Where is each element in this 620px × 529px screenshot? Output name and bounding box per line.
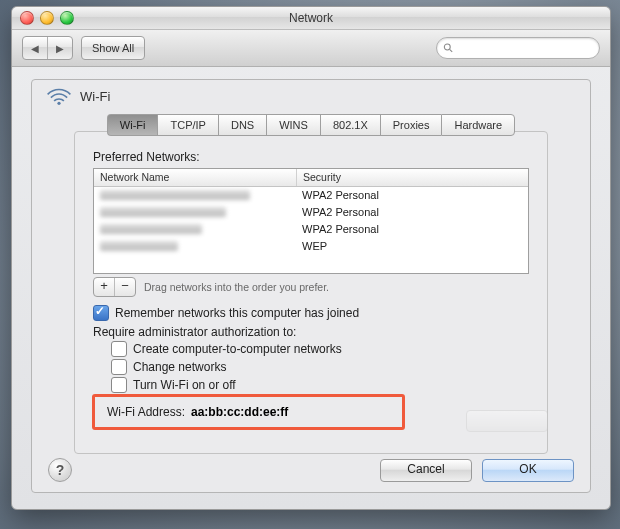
cancel-label: Cancel: [407, 462, 444, 476]
drag-hint: Drag networks into the order you prefer.: [144, 281, 329, 293]
add-network-button[interactable]: +: [94, 278, 115, 296]
search-field[interactable]: [436, 37, 600, 59]
traffic-lights: [20, 11, 74, 25]
window-title: Network: [289, 11, 333, 25]
chevron-left-icon: ◀: [31, 43, 39, 54]
require-opt-0-checkbox[interactable]: [111, 341, 127, 357]
sheet-footer: ? Cancel OK: [32, 458, 590, 482]
tab-tcp-ip[interactable]: TCP/IP: [157, 114, 217, 136]
close-window-button[interactable]: [20, 11, 34, 25]
chevron-right-icon: ▶: [56, 43, 64, 54]
advanced-button-ghost: [466, 410, 548, 432]
add-remove-control: + −: [93, 277, 136, 297]
titlebar: Network: [12, 7, 610, 30]
wifi-address-label: Wi-Fi Address:: [107, 405, 185, 419]
toolbar: ◀ ▶ Show All: [12, 30, 610, 67]
search-icon: [443, 42, 454, 54]
table-row[interactable]: WEP: [94, 238, 528, 255]
forward-button[interactable]: ▶: [48, 37, 72, 59]
network-security-cell: WPA2 Personal: [296, 204, 528, 221]
svg-point-0: [444, 44, 450, 50]
tab-hardware[interactable]: Hardware: [441, 114, 515, 136]
svg-point-2: [57, 102, 60, 105]
require-opt-1-label: Change networks: [133, 360, 226, 374]
require-opt-2-label: Turn Wi-Fi on or off: [133, 378, 236, 392]
cancel-button[interactable]: Cancel: [380, 459, 472, 482]
network-security-cell: WPA2 Personal: [296, 221, 528, 238]
tab-wins[interactable]: WINS: [266, 114, 320, 136]
help-button[interactable]: ?: [48, 458, 72, 482]
tab-proxies[interactable]: Proxies: [380, 114, 442, 136]
sheet-title: Wi-Fi: [80, 89, 110, 104]
network-security-cell: WPA2 Personal: [296, 187, 528, 204]
network-name-cell: [94, 221, 296, 238]
sheet-header: Wi-Fi: [32, 80, 590, 114]
wifi-address-value: aa:bb:cc:dd:ee:ff: [191, 405, 288, 419]
preferred-networks-table: Network Name Security WPA2 PersonalWPA2 …: [93, 168, 529, 274]
wifi-icon: [46, 86, 72, 106]
table-row[interactable]: WPA2 Personal: [94, 204, 528, 221]
wifi-advanced-sheet: Wi-Fi Wi-FiTCP/IPDNSWINS802.1XProxiesHar…: [31, 79, 591, 493]
require-admin-label: Require administrator authorization to:: [93, 325, 529, 339]
require-opt-2-checkbox[interactable]: [111, 377, 127, 393]
back-button[interactable]: ◀: [23, 37, 48, 59]
network-name-cell: [94, 238, 296, 255]
minimize-window-button[interactable]: [40, 11, 54, 25]
table-body: WPA2 PersonalWPA2 PersonalWPA2 PersonalW…: [94, 187, 528, 273]
search-input[interactable]: [458, 41, 593, 55]
nav-back-forward: ◀ ▶: [22, 36, 73, 60]
remove-network-button[interactable]: −: [115, 278, 135, 296]
show-all-label: Show All: [92, 42, 134, 54]
help-icon: ?: [56, 462, 65, 478]
tab-802-1x[interactable]: 802.1X: [320, 114, 380, 136]
require-opt-0-label: Create computer-to-computer networks: [133, 342, 342, 356]
table-row[interactable]: WPA2 Personal: [94, 221, 528, 238]
zoom-window-button[interactable]: [60, 11, 74, 25]
ok-button[interactable]: OK: [482, 459, 574, 482]
table-row[interactable]: WPA2 Personal: [94, 187, 528, 204]
remember-networks-checkbox[interactable]: [93, 305, 109, 321]
tab-bar: Wi-FiTCP/IPDNSWINS802.1XProxiesHardware: [107, 114, 515, 136]
tab-dns[interactable]: DNS: [218, 114, 266, 136]
col-network-name[interactable]: Network Name: [94, 169, 297, 186]
show-all-button[interactable]: Show All: [81, 36, 145, 60]
network-name-cell: [94, 204, 296, 221]
svg-line-1: [450, 49, 453, 52]
network-security-cell: WEP: [296, 238, 528, 255]
tab-wi-fi[interactable]: Wi-Fi: [107, 114, 158, 136]
remember-networks-label: Remember networks this computer has join…: [115, 306, 359, 320]
network-name-cell: [94, 187, 296, 204]
require-opt-1-checkbox[interactable]: [111, 359, 127, 375]
preferences-window: Network ◀ ▶ Show All Wi-Fi Wi-FiTCP/IPDN…: [11, 6, 611, 510]
ok-label: OK: [519, 462, 536, 476]
col-security[interactable]: Security: [297, 169, 528, 186]
preferred-networks-label: Preferred Networks:: [93, 150, 529, 164]
wifi-address-highlight: Wi-Fi Address: aa:bb:cc:dd:ee:ff: [92, 394, 405, 430]
table-header: Network Name Security: [94, 169, 528, 187]
